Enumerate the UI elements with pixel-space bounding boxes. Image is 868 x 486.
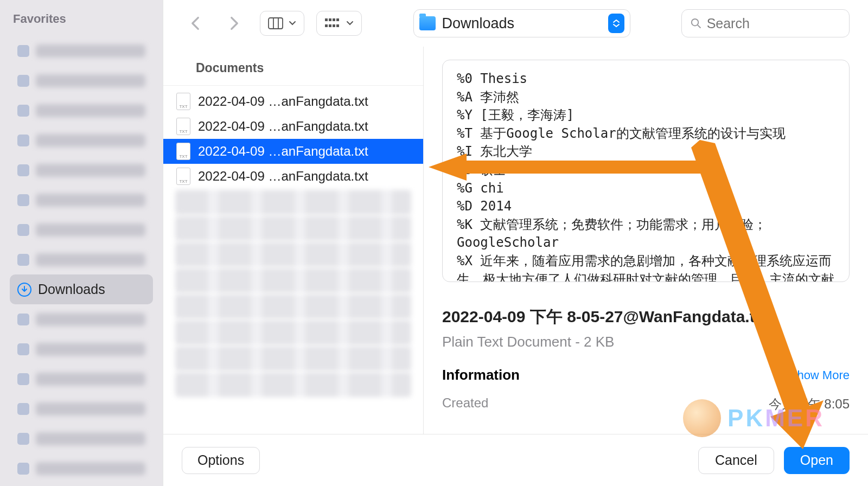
file-row-blurred — [175, 346, 411, 371]
show-more-link[interactable]: Show More — [789, 368, 850, 382]
txt-file-icon — [176, 93, 190, 110]
location-label: Downloads — [442, 15, 602, 32]
sidebar-item-blurred[interactable] — [10, 334, 153, 364]
svg-rect-8 — [329, 24, 331, 27]
sidebar-item-blurred[interactable] — [10, 36, 153, 66]
folder-icon — [419, 16, 436, 30]
column-header: Documents — [163, 47, 423, 86]
sidebar-item-blurred[interactable] — [10, 424, 153, 453]
svg-point-11 — [692, 19, 698, 25]
file-row-blurred — [175, 216, 411, 241]
svg-rect-0 — [269, 18, 283, 29]
preview-filename: 2022-04-09 下午 8-05-27@WanFangdata.txt — [442, 306, 850, 328]
file-row-blurred — [175, 320, 411, 345]
chevron-down-icon — [289, 21, 296, 26]
svg-rect-6 — [336, 18, 339, 21]
txt-file-icon — [176, 118, 190, 135]
search-input[interactable] — [707, 16, 840, 31]
sidebar-item-blurred[interactable] — [10, 185, 153, 215]
view-mode-columns[interactable] — [260, 11, 304, 36]
sidebar-item-blurred[interactable] — [10, 394, 153, 424]
search-box[interactable] — [681, 9, 850, 37]
updown-icon — [608, 14, 624, 33]
svg-rect-4 — [329, 18, 331, 21]
svg-rect-9 — [333, 24, 335, 27]
sidebar-item-blurred[interactable] — [10, 155, 153, 185]
open-button[interactable]: Open — [784, 447, 850, 474]
preview-kind: Plain Text Document - 2 KB — [442, 334, 850, 350]
back-button[interactable] — [182, 11, 209, 36]
file-row-blurred — [175, 242, 411, 267]
sidebar-item-label: Downloads — [38, 282, 105, 297]
file-row[interactable]: 2022-04-09 …anFangdata.txt — [163, 89, 423, 114]
svg-rect-10 — [336, 24, 339, 27]
dialog-footer: Options Cancel Open — [163, 434, 868, 486]
sidebar-item-blurred[interactable] — [10, 304, 153, 334]
sidebar-item-downloads[interactable]: Downloads — [10, 274, 153, 304]
options-button[interactable]: Options — [182, 447, 260, 474]
sidebar-item-blurred[interactable] — [10, 95, 153, 125]
chevron-down-icon — [346, 21, 354, 26]
sidebar-title: Favorites — [10, 12, 153, 26]
file-row-blurred — [175, 294, 411, 319]
location-popup[interactable]: Downloads — [413, 9, 630, 37]
svg-rect-3 — [325, 18, 328, 21]
sidebar-item-blurred[interactable] — [10, 364, 153, 394]
file-column: Documents 2022-04-09 …anFangdata.txt2022… — [163, 47, 424, 434]
sidebar-item-blurred[interactable] — [10, 66, 153, 95]
forward-button[interactable] — [221, 11, 248, 36]
txt-file-icon — [176, 143, 190, 160]
created-label: Created — [442, 395, 488, 413]
svg-line-12 — [698, 25, 700, 28]
file-name: 2022-04-09 …anFangdata.txt — [198, 169, 416, 184]
sidebar-item-blurred[interactable] — [10, 453, 153, 483]
sidebar: Favorites Downloads — [0, 0, 163, 486]
sidebar-item-blurred[interactable] — [10, 245, 153, 274]
svg-rect-5 — [333, 18, 335, 21]
preview-column: %0 Thesis %A 李沛然 %Y [王毅，李海涛] %T 基于Google… — [424, 47, 868, 434]
file-row[interactable]: 2022-04-09 …anFangdata.txt — [163, 114, 423, 139]
main-panel: Downloads Documents 2022-04-09 …anFangda… — [163, 0, 868, 486]
created-value: 今天下午 8:05 — [769, 395, 850, 413]
file-name: 2022-04-09 …anFangdata.txt — [198, 144, 416, 159]
toolbar: Downloads — [163, 0, 868, 47]
file-row[interactable]: 2022-04-09 …anFangdata.txt — [163, 164, 423, 189]
file-name: 2022-04-09 …anFangdata.txt — [198, 119, 416, 134]
txt-file-icon — [176, 168, 190, 185]
download-icon — [17, 283, 31, 297]
cancel-button[interactable]: Cancel — [698, 447, 774, 474]
search-icon — [691, 17, 701, 29]
file-row-blurred — [175, 268, 411, 293]
file-name: 2022-04-09 …anFangdata.txt — [198, 94, 416, 109]
file-row[interactable]: 2022-04-09 …anFangdata.txt — [163, 139, 423, 164]
file-row-blurred — [175, 372, 411, 397]
file-row-blurred — [175, 190, 411, 215]
group-by-button[interactable] — [316, 11, 362, 36]
information-heading: Information — [442, 367, 520, 383]
svg-rect-7 — [325, 24, 328, 27]
sidebar-item-blurred[interactable] — [10, 125, 153, 155]
file-list: 2022-04-09 …anFangdata.txt2022-04-09 …an… — [163, 86, 423, 434]
sidebar-item-blurred[interactable] — [10, 215, 153, 245]
preview-content: %0 Thesis %A 李沛然 %Y [王毅，李海涛] %T 基于Google… — [442, 60, 850, 282]
